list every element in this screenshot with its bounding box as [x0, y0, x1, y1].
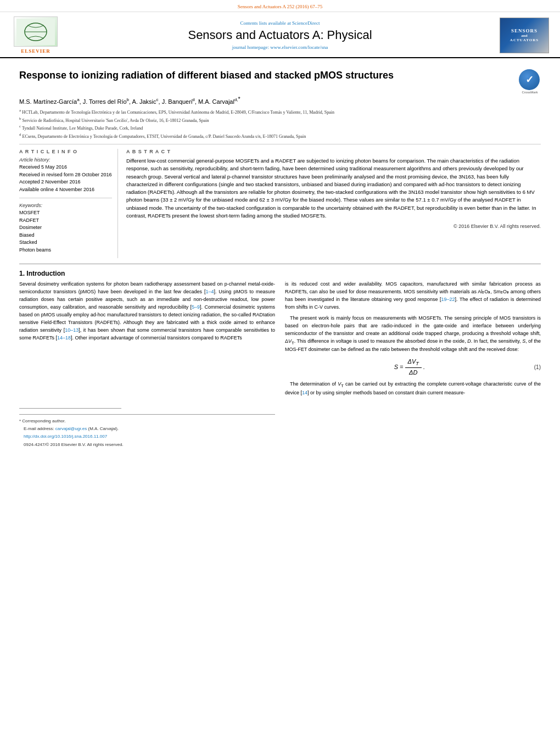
elsevier-logo-section: ELSEVIER	[11, 16, 60, 54]
kw-photon-beams: Photon beams	[19, 247, 112, 254]
body-columns: Several dosimetry verification systems f…	[19, 281, 541, 449]
journal-reference: Sensors and Actuators A 252 (2016) 67–75	[238, 4, 323, 9]
issn-line: 0924-4247/© 2016 Elsevier B.V. All right…	[19, 442, 275, 448]
journal-logo-right: SENSORS and ACTUATORS	[500, 18, 549, 53]
page: Sensors and Actuators A 252 (2016) 67–75…	[0, 0, 560, 742]
intro-para-4: The determination of VT can be carried o…	[285, 381, 541, 397]
intro-heading: 1. Introduction	[19, 270, 541, 277]
article-info-heading: A R T I C L E I N F O	[19, 149, 112, 154]
email-link[interactable]: carvajal@ugr.es	[55, 426, 87, 431]
footnotes: * Corresponding author. E-mail address: …	[19, 414, 275, 449]
corresponding-note: * Corresponding author.	[19, 418, 275, 425]
affiliation-d: ECsens, Departamento de Electrónica y Te…	[23, 134, 306, 139]
elsevier-text: ELSEVIER	[21, 48, 51, 54]
history-accepted: Accepted 2 November 2016	[19, 178, 112, 186]
article-history-block: Article history: Received 5 May 2016 Rec…	[19, 157, 112, 193]
crossmark-badge[interactable]: ✓ CrossMark	[519, 69, 541, 91]
doi-line[interactable]: http://dx.doi.org/10.1016/j.sna.2016.11.…	[19, 433, 275, 440]
top-bar: Sensors and Actuators A 252 (2016) 67–75	[0, 0, 560, 12]
keywords-content: MOSFET RADFET Dosimeter Biased Stacked P…	[19, 209, 112, 254]
divider-history-keywords	[19, 198, 112, 198]
keywords-title: Keywords:	[19, 203, 112, 208]
kw-mosfet: MOSFET	[19, 209, 112, 217]
elsevier-graphic	[14, 16, 58, 47]
affiliation-c: Tyndall National Institute, Lee Maltings…	[22, 126, 143, 131]
kw-stacked: Stacked	[19, 239, 112, 247]
copyright-line: © 2016 Elsevier B.V. All rights reserved…	[126, 223, 541, 231]
history-revised: Received in revised form 28 October 2016	[19, 171, 112, 179]
history-online: Available online 4 November 2016	[19, 186, 112, 194]
history-title: Article history:	[19, 157, 112, 163]
article-title-text: Response to ionizing radiation of differ…	[19, 69, 511, 82]
kw-biased: Biased	[19, 232, 112, 239]
formula-number: (1)	[534, 363, 541, 372]
abstract-text: Different low-cost commercial general-pu…	[126, 157, 541, 231]
homepage-link[interactable]: www.elsevier.com/locate/sna	[270, 44, 328, 50]
history-received: Received 5 May 2016	[19, 164, 112, 171]
email-line: E-mail address: carvajal@ugr.es (M.A. Ca…	[19, 426, 275, 432]
formula-text: S = ΔVTΔD .	[285, 357, 534, 377]
divider-after-affiliations	[19, 144, 541, 144]
sciencedirect-link[interactable]: ScienceDirect	[292, 20, 320, 26]
abstract-heading: A B S T R A C T	[126, 149, 541, 154]
footnote-area: * Corresponding author. E-mail address: …	[19, 408, 275, 449]
article-container: Response to ionizing radiation of differ…	[0, 58, 560, 455]
article-title-section: Response to ionizing radiation of differ…	[19, 69, 541, 91]
homepage-line: journal homepage: www.elsevier.com/locat…	[71, 44, 489, 50]
affiliation-a: HCTLab, Departamento de Tecnología Elect…	[22, 109, 334, 114]
intro-para-3: The present work is mainly focus on meas…	[285, 315, 541, 354]
kw-radfet: RADFET	[19, 217, 112, 225]
crossmark-icon: ✓	[519, 69, 540, 90]
crossmark-label: CrossMark	[519, 91, 541, 94]
intro-para-1: Several dosimetry verification systems f…	[19, 281, 275, 342]
body-col-right: is its reduced cost and wider availabili…	[285, 281, 541, 449]
history-content: Received 5 May 2016 Received in revised …	[19, 164, 112, 193]
formula-1: S = ΔVTΔD . (1)	[285, 357, 541, 377]
article-title: Response to ionizing radiation of differ…	[19, 69, 511, 82]
abstract-col: A B S T R A C T Different low-cost comme…	[126, 149, 541, 258]
divider-after-abstract	[19, 264, 541, 264]
journal-title: Sensors and Actuators A: Physical	[71, 28, 489, 42]
affiliation-b: Servicio de Radiofísica, Hospital Univer…	[23, 118, 209, 122]
info-abstract-cols: A R T I C L E I N F O Article history: R…	[19, 149, 541, 258]
keywords-block: Keywords: MOSFET RADFET Dosimeter Biased…	[19, 203, 112, 254]
contents-available-line: Contents lists available at ScienceDirec…	[71, 20, 489, 26]
body-col-left: Several dosimetry verification systems f…	[19, 281, 275, 449]
authors-line: M.S. Martínez-Garcíaa, J. Torres del Río…	[19, 96, 541, 105]
kw-dosimeter: Dosimeter	[19, 224, 112, 232]
affiliations: a HCTLab, Departamento de Tecnología Ele…	[19, 108, 541, 140]
journal-header: ELSEVIER Contents lists available at Sci…	[0, 12, 560, 58]
intro-section: 1. Introduction Several dosimetry verifi…	[19, 270, 541, 449]
article-info-col: A R T I C L E I N F O Article history: R…	[19, 149, 118, 258]
journal-center-section: Contents lists available at ScienceDirec…	[60, 20, 500, 50]
intro-para-2: is its reduced cost and wider availabili…	[285, 281, 541, 311]
